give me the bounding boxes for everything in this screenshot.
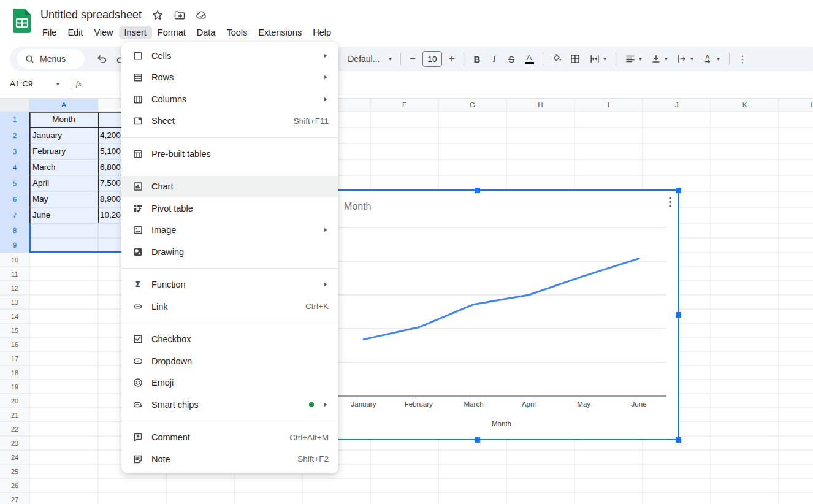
- chevron-down-icon: ▾: [690, 56, 693, 62]
- chart-resize-handle[interactable]: [676, 437, 681, 443]
- menu-tools[interactable]: Tools: [221, 26, 253, 39]
- menu-item-link[interactable]: LinkCtrl+K: [121, 296, 338, 318]
- google-sheets-app: ABCDEFGHIJKL1234567891011121314151617181…: [0, 0, 813, 504]
- svg-text:February: February: [405, 400, 433, 408]
- smart-chips-icon: [132, 399, 143, 410]
- menu-item-label: Cells: [151, 51, 323, 61]
- menu-item-label: Smart chips: [151, 400, 309, 410]
- menu-item-rows[interactable]: Rows: [121, 67, 338, 89]
- bold-button[interactable]: B: [468, 50, 486, 68]
- menu-help[interactable]: Help: [307, 26, 337, 39]
- menu-item-cells[interactable]: Cells: [121, 45, 338, 67]
- cell-A1[interactable]: Month: [29, 112, 98, 128]
- chevron-down-icon[interactable]: ▾: [56, 81, 59, 87]
- function-icon: Σ: [132, 279, 143, 290]
- cell-A6[interactable]: May: [29, 191, 98, 207]
- toolbar-divider: [400, 52, 401, 66]
- italic-button[interactable]: I: [486, 50, 503, 68]
- text-rotation-button[interactable]: A ▾: [698, 50, 725, 68]
- menu-item-sheet[interactable]: SheetShift+F11: [121, 110, 338, 132]
- chevron-down-icon: ▾: [665, 56, 668, 62]
- vertical-align-button[interactable]: ▾: [646, 50, 672, 68]
- menu-item-smart-chips[interactable]: Smart chips: [121, 394, 338, 416]
- title-bar: Untitled spreadsheet FileEditViewInsertF: [0, 0, 813, 42]
- horizontal-align-button[interactable]: ▾: [620, 50, 646, 68]
- menu-item-label: Function: [151, 280, 323, 289]
- cell-A7[interactable]: June: [29, 207, 98, 223]
- sheet-icon: [132, 115, 143, 126]
- menu-item-image[interactable]: Image: [121, 220, 338, 242]
- menu-item-columns[interactable]: Columns: [121, 88, 338, 110]
- menu-insert[interactable]: Insert: [119, 26, 152, 39]
- menu-item-dropdown[interactable]: Dropdown: [121, 350, 338, 372]
- cloud-saved-icon[interactable]: [196, 9, 208, 21]
- menu-shortcut: Shift+F11: [294, 116, 329, 126]
- menu-item-function[interactable]: ΣFunction: [121, 274, 338, 296]
- fill-color-button[interactable]: [548, 50, 566, 68]
- menu-item-label: Note: [151, 454, 297, 464]
- menu-item-label: Pre-built tables: [151, 149, 329, 159]
- dropdown-icon: [132, 356, 143, 367]
- menu-extensions[interactable]: Extensions: [253, 26, 307, 39]
- font-family-select[interactable]: Defaul... ▾: [343, 50, 396, 68]
- menu-format[interactable]: Format: [152, 26, 191, 39]
- font-size-input[interactable]: 10: [422, 51, 442, 67]
- menu-item-note[interactable]: NoteShift+F2: [121, 448, 338, 470]
- submenu-arrow-icon: [323, 227, 329, 233]
- menu-separator: [121, 323, 338, 323]
- chart-resize-handle[interactable]: [475, 188, 480, 193]
- text-wrapping-button[interactable]: ▾: [672, 50, 698, 68]
- menu-file[interactable]: File: [37, 26, 62, 39]
- menu-shortcut: Ctrl+Alt+M: [289, 433, 329, 442]
- menu-item-label: Link: [151, 302, 305, 311]
- menu-view[interactable]: View: [88, 26, 118, 39]
- undo-button[interactable]: [93, 50, 110, 68]
- chevron-down-icon: ▾: [717, 56, 720, 62]
- sheets-logo-icon[interactable]: [12, 8, 32, 34]
- decrease-font-size-button[interactable]: −: [405, 50, 420, 68]
- menu-item-emoji[interactable]: Emoji: [121, 372, 338, 394]
- star-icon[interactable]: [151, 9, 164, 21]
- emoji-icon: [132, 377, 143, 388]
- menus-search[interactable]: Menus: [17, 49, 85, 69]
- svg-text:A: A: [706, 53, 711, 61]
- text-wrapping-icon: [676, 53, 687, 64]
- svg-text:January: January: [351, 400, 376, 408]
- menu-item-label: Comment: [151, 432, 289, 442]
- insert-menu: CellsRowsColumnsSheetShift+F11Pre-built …: [121, 42, 338, 473]
- menu-item-pre-built-tables[interactable]: Pre-built tables: [121, 143, 338, 165]
- merge-cells-button[interactable]: ▾: [584, 50, 611, 68]
- strikethrough-button[interactable]: S: [503, 50, 520, 68]
- note-icon: [132, 454, 143, 465]
- cell-A3[interactable]: February: [29, 143, 98, 159]
- more-options-button[interactable]: ⋮: [734, 50, 751, 68]
- menu-edit[interactable]: Edit: [62, 26, 88, 39]
- borders-icon: [570, 53, 581, 64]
- toolbar-divider: [543, 52, 543, 66]
- document-title[interactable]: Untitled spreadsheet: [40, 9, 142, 21]
- menu-data[interactable]: Data: [191, 26, 221, 39]
- submenu-arrow-icon: [323, 281, 329, 288]
- cell-A2[interactable]: January: [29, 128, 98, 143]
- menu-item-chart[interactable]: Chart: [121, 176, 338, 198]
- menu-item-pivot-table[interactable]: Pivot table: [121, 197, 338, 220]
- image-icon: [132, 224, 143, 235]
- toolbar-divider: [464, 52, 464, 66]
- move-folder-icon[interactable]: [174, 9, 186, 21]
- submenu-arrow-icon: [323, 402, 329, 408]
- cell-A5[interactable]: April: [29, 175, 98, 191]
- menu-item-comment[interactable]: CommentCtrl+Alt+M: [121, 427, 338, 449]
- menu-item-checkbox[interactable]: Checkbox: [121, 329, 338, 351]
- chart-resize-handle[interactable]: [676, 188, 681, 193]
- menu-item-label: Sheet: [151, 116, 294, 126]
- borders-button[interactable]: [566, 50, 584, 68]
- name-box[interactable]: A1:C9: [0, 79, 56, 88]
- menu-item-drawing[interactable]: Drawing: [121, 241, 338, 263]
- cell-A4[interactable]: March: [29, 159, 98, 175]
- drawing-icon: [132, 246, 143, 258]
- chart-resize-handle[interactable]: [475, 437, 480, 443]
- increase-font-size-button[interactable]: +: [445, 50, 459, 68]
- link-icon: [132, 301, 143, 312]
- chart-resize-handle[interactable]: [676, 312, 681, 318]
- text-color-button[interactable]: A: [520, 50, 538, 68]
